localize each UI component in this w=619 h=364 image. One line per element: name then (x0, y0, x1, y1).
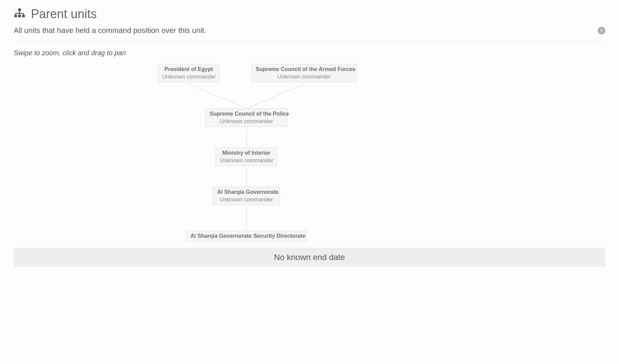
chart-edges (14, 60, 605, 246)
node-title: Supreme Council of the Armed Forces (256, 66, 352, 72)
section-header: Parent units All units that have held a … (14, 7, 605, 42)
node-title: Ministry of Interior (220, 150, 273, 156)
node-commander: Unknown commander (162, 74, 215, 80)
header-title-row: Parent units (14, 7, 605, 21)
svg-rect-1 (14, 15, 17, 17)
svg-line-4 (189, 84, 246, 108)
svg-rect-2 (18, 15, 21, 17)
page-subtitle: All units that have held a command posit… (14, 26, 206, 35)
node-commander: Unknown commander (217, 197, 276, 203)
node-title: Al Sharqia Governorate Security Director… (190, 233, 302, 239)
node-al-sharqia-governorate[interactable]: Al Sharqia Governorate Unknown commander (213, 187, 280, 205)
node-ministry-of-interior[interactable]: Ministry of Interior Unknown commander (215, 148, 277, 166)
page-title: Parent units (31, 7, 97, 21)
svg-rect-3 (22, 15, 25, 17)
node-al-sharqia-security-directorate[interactable]: Al Sharqia Governorate Security Director… (186, 231, 307, 242)
node-title: Al Sharqia Governorate (217, 189, 276, 195)
node-president-of-egypt[interactable]: President of Egypt Unknown commander (158, 64, 220, 82)
sitemap-icon (14, 8, 25, 21)
svg-rect-0 (18, 9, 21, 11)
node-supreme-council-police[interactable]: Supreme Council of the Police Unknown co… (205, 108, 288, 127)
node-title: President of Egypt (162, 66, 215, 72)
node-commander: Unknown commander (256, 74, 352, 80)
svg-line-5 (246, 84, 304, 108)
node-supreme-council-armed-forces[interactable]: Supreme Council of the Armed Forces Unkn… (251, 64, 357, 82)
chart-instruction: Swipe to zoom, click and drag to pan (14, 49, 605, 57)
footer-label: No known end date (274, 253, 345, 262)
timeline-footer: No known end date (14, 248, 605, 267)
node-commander: Unknown commander (210, 118, 283, 125)
subtitle-row: All units that have held a command posit… (14, 26, 605, 42)
help-icon[interactable]: ? (598, 27, 605, 34)
node-title: Supreme Council of the Police (210, 111, 283, 117)
org-chart[interactable]: President of Egypt Unknown commander Sup… (14, 60, 605, 246)
node-commander: Unknown commander (220, 157, 273, 164)
